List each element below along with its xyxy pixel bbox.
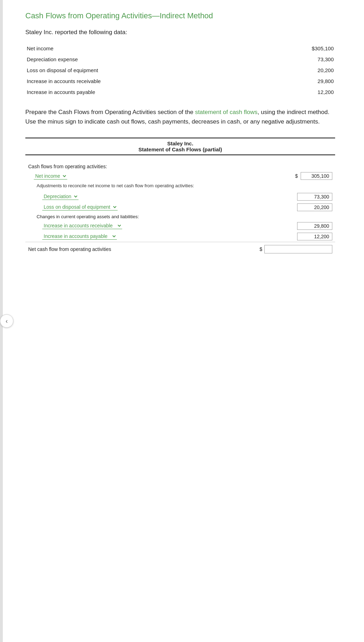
loss-disposal-dropdown[interactable]: Loss on disposal of equipment Gain on di… xyxy=(42,204,118,210)
back-button[interactable]: ‹ xyxy=(0,314,13,328)
accounts-receivable-label: Increase in accounts receivable Decrease… xyxy=(42,222,297,229)
statement-body: Cash flows from operating activities: Ne… xyxy=(25,159,335,257)
statement-of-cash-flows-link[interactable]: statement of cash flows xyxy=(195,109,258,115)
given-data-label: Increase in accounts payable xyxy=(25,87,258,97)
net-income-value: 305,100 xyxy=(301,172,332,180)
given-data-row: Loss on disposal of equipment20,200 xyxy=(25,65,335,76)
given-data-value: 12,200 xyxy=(258,87,335,97)
net-income-value-container: $ 305,100 xyxy=(295,172,332,180)
accounts-payable-value-container: 12,200 xyxy=(297,233,332,240)
adjustments-note: Adjustments to reconcile net income to n… xyxy=(25,181,335,191)
accounts-payable-label: Increase in accounts payable Decrease in… xyxy=(42,233,297,240)
given-data-value: $305,100 xyxy=(258,43,335,54)
given-data-value: 20,200 xyxy=(258,65,335,76)
given-data-label: Loss on disposal of equipment xyxy=(25,65,258,76)
given-data-value: 73,300 xyxy=(258,54,335,65)
loss-disposal-label: Loss on disposal of equipment Gain on di… xyxy=(42,204,297,210)
accounts-payable-dropdown[interactable]: Increase in accounts payable Decrease in… xyxy=(42,233,117,240)
net-cash-flow-row: Net cash flow from operating activities … xyxy=(25,242,335,255)
given-data-label: Depreciation expense xyxy=(25,54,258,65)
given-data-row: Net income$305,100 xyxy=(25,43,335,54)
given-data-label: Net income xyxy=(25,43,258,54)
accounts-payable-value: 12,200 xyxy=(297,233,332,240)
accounts-receivable-value-container: 29,800 xyxy=(297,222,332,230)
net-cash-flow-value-container: $ xyxy=(259,245,332,253)
depreciation-value: 73,300 xyxy=(297,193,332,201)
accounts-receivable-row: Increase in accounts receivable Decrease… xyxy=(25,221,335,231)
net-cash-flow-label: Net cash flow from operating activities xyxy=(28,246,259,252)
loss-disposal-row: Loss on disposal of equipment Gain on di… xyxy=(25,202,335,213)
company-name: Staley Inc. xyxy=(25,140,335,146)
statement-header: Staley Inc. Statement of Cash Flows (par… xyxy=(25,138,335,155)
statement-section: Staley Inc. Statement of Cash Flows (par… xyxy=(25,138,335,257)
intro-text: Staley Inc. reported the following data: xyxy=(25,29,335,36)
given-data-row: Depreciation expense73,300 xyxy=(25,54,335,65)
changes-label: Changes in current operating assets and … xyxy=(25,213,335,221)
loss-disposal-value-container: 20,200 xyxy=(297,203,332,211)
depreciation-dropdown[interactable]: Depreciation Amortization xyxy=(42,193,79,200)
depreciation-row: Depreciation Amortization 73,300 xyxy=(25,191,335,202)
net-income-dollar: $ xyxy=(295,173,298,179)
instructions-text-before: Prepare the Cash Flows from Operating Ac… xyxy=(25,109,195,115)
section-label-text: Cash flows from operating activities: xyxy=(28,164,107,169)
net-income-row: Net income Net loss $ 305,100 xyxy=(25,171,335,181)
net-cash-flow-input[interactable] xyxy=(264,245,332,253)
page-title: Cash Flows from Operating Activities—Ind… xyxy=(25,11,335,20)
section-label-row: Cash flows from operating activities: xyxy=(25,162,335,171)
loss-disposal-value: 20,200 xyxy=(297,203,332,211)
instructions: Prepare the Cash Flows from Operating Ac… xyxy=(25,107,335,126)
depreciation-value-container: 73,300 xyxy=(297,193,332,201)
accounts-receivable-dropdown[interactable]: Increase in accounts receivable Decrease… xyxy=(42,222,122,229)
given-data-label: Increase in accounts receivable xyxy=(25,76,258,87)
given-data-row: Increase in accounts receivable29,800 xyxy=(25,76,335,87)
given-data-value: 29,800 xyxy=(258,76,335,87)
net-income-label: Net income Net loss xyxy=(34,173,295,180)
accounts-receivable-value: 29,800 xyxy=(297,222,332,230)
given-data-table: Net income$305,100Depreciation expense73… xyxy=(25,43,335,97)
statement-title: Statement of Cash Flows (partial) xyxy=(25,146,335,152)
net-income-dropdown[interactable]: Net income Net loss xyxy=(34,173,67,180)
net-cash-dollar: $ xyxy=(259,246,262,252)
accounts-payable-row: Increase in accounts payable Decrease in… xyxy=(25,231,335,242)
given-data-row: Increase in accounts payable12,200 xyxy=(25,87,335,97)
depreciation-label: Depreciation Amortization xyxy=(42,193,297,200)
